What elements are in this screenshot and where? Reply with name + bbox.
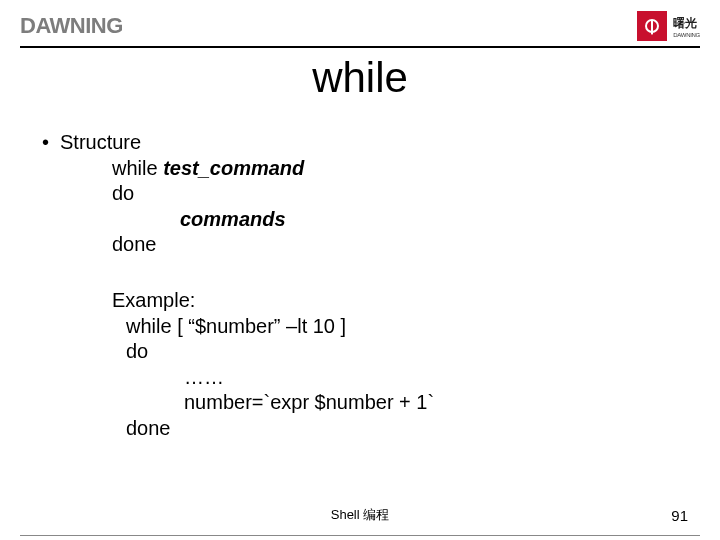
ex-line-expr: number=`expr $number + 1` [112, 390, 720, 416]
ex-line-do: do [112, 339, 720, 365]
kw-while: while [112, 157, 163, 179]
example-block: Example: while [ “$number” –lt 10 ] do …… [42, 288, 720, 442]
ex-line-done: done [112, 416, 720, 442]
page-number: 91 [671, 507, 688, 524]
header-rule [20, 46, 700, 48]
slide: DAWNING 曙光 DAWNING while • Structure whi… [0, 0, 720, 540]
brand-text-right: 曙光 DAWNING [673, 15, 700, 38]
slide-body: • Structure while test_command do comman… [0, 102, 720, 442]
brand-right: 曙光 DAWNING [637, 11, 700, 41]
bullet-text: Structure [60, 130, 141, 156]
code-line-done: done [42, 232, 720, 258]
code-line-while: while test_command [42, 156, 720, 182]
bullet-dot-icon: • [42, 130, 60, 156]
sun-logo-icon [637, 11, 667, 41]
code-line-commands: commands [42, 207, 720, 233]
ex-line-while: while [ “$number” –lt 10 ] [112, 314, 720, 340]
brand-cn: 曙光 [673, 15, 700, 32]
brand-en: DAWNING [673, 32, 700, 38]
slide-title: while [0, 54, 720, 102]
example-label: Example: [112, 288, 720, 314]
bullet-structure: • Structure [42, 130, 720, 156]
footer-rule [20, 535, 700, 536]
arg-test-command: test_command [163, 157, 304, 179]
brand-text-left: DAWNING [20, 13, 123, 39]
code-line-do: do [42, 181, 720, 207]
footer-center: Shell 编程 [0, 506, 720, 524]
header: DAWNING 曙光 DAWNING [0, 0, 720, 46]
ex-line-ellipsis: …… [112, 365, 720, 391]
